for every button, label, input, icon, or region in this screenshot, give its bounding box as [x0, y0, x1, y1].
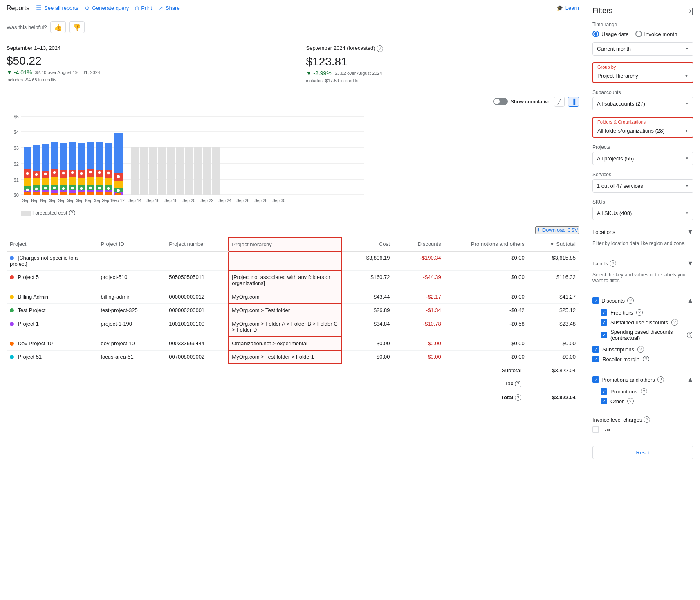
- promotions-sub-items: Promotions ? Other ?: [592, 388, 693, 404]
- summary-change-desc-forecasted: -$3.82 over August 2024: [333, 71, 382, 76]
- svg-rect-67: [78, 192, 85, 195]
- table-row: Test Project test-project-325 0000002000…: [7, 303, 579, 317]
- total-info-icon[interactable]: ?: [515, 394, 521, 401]
- free-tiers-checkbox[interactable]: [601, 309, 607, 316]
- svg-point-31: [44, 172, 47, 175]
- svg-point-71: [89, 171, 92, 174]
- thumbs-up-button[interactable]: 👍: [50, 21, 66, 33]
- other-checkbox[interactable]: [601, 398, 607, 404]
- invoice-charges-info-icon[interactable]: ?: [644, 416, 650, 423]
- cell-subtotal: $25.12: [528, 303, 579, 317]
- credits-info-icon[interactable]: ?: [627, 297, 634, 304]
- bar-chart-button[interactable]: ▐: [568, 97, 579, 107]
- download-csv-button[interactable]: ⬇ Download CSV: [535, 226, 579, 234]
- total-value: $3,822.04: [528, 391, 579, 404]
- col-header-project: Project: [7, 238, 97, 251]
- generate-query-link[interactable]: ⊙ Generate query: [85, 5, 129, 11]
- svg-text:Sep 18: Sep 18: [164, 198, 177, 203]
- promotions-collapse-header[interactable]: Promotions and others ? ▲: [592, 374, 693, 385]
- forecast-info-icon[interactable]: ?: [377, 45, 383, 52]
- cell-discounts: -$1.34: [393, 303, 444, 317]
- table-row: Billing Admin billing-admin 000000000012…: [7, 290, 579, 303]
- show-cumulative-toggle[interactable]: Show cumulative: [493, 98, 550, 105]
- reseller-margin-checkbox[interactable]: [592, 356, 599, 362]
- svg-point-55: [71, 171, 74, 174]
- print-link[interactable]: ⎙ Print: [135, 5, 152, 11]
- cell-project-num: 505050505011: [166, 270, 228, 290]
- col-header-subtotal: ▼ Subtotal: [528, 238, 579, 251]
- filter-group-by: Group by Project Hierarchy ▼: [592, 62, 693, 83]
- panel-toggle-button[interactable]: ›|: [689, 7, 693, 15]
- share-icon: ↗: [159, 5, 163, 11]
- promotions-collapse-arrow: ▲: [687, 376, 693, 383]
- invoice-month-radio[interactable]: Invoice month: [635, 31, 678, 37]
- svg-rect-108: [203, 147, 211, 195]
- promotions-main-checkbox[interactable]: [592, 376, 599, 383]
- reseller-margin-info-icon[interactable]: ?: [643, 356, 649, 362]
- svg-text:Sep 20: Sep 20: [182, 198, 195, 203]
- subaccounts-dropdown[interactable]: All subaccounts (27) ▼: [592, 97, 693, 110]
- reset-button[interactable]: Reset: [592, 446, 693, 459]
- tax-info-icon[interactable]: ?: [515, 381, 521, 387]
- skus-chevron: ▼: [685, 211, 689, 216]
- cell-project-id: focus-area-51: [97, 350, 166, 364]
- labels-info-icon[interactable]: ?: [610, 260, 616, 267]
- filter-labels: Labels ? ▼ Select the key and values of …: [592, 258, 693, 283]
- locations-collapse-arrow: ▼: [687, 228, 693, 236]
- promotions-sub-info-icon[interactable]: ?: [641, 388, 647, 395]
- forecasted-info-icon[interactable]: ?: [69, 210, 75, 216]
- svg-text:$3: $3: [14, 146, 19, 151]
- promotions-checkbox[interactable]: [601, 388, 607, 395]
- usage-date-radio[interactable]: Usage date: [592, 31, 629, 37]
- credits-sub-items: Free tiers ? Sustained use discounts ? S…: [592, 309, 693, 341]
- promotions-info-icon[interactable]: ?: [657, 376, 664, 383]
- folders-orgs-dropdown[interactable]: All folders/organizations (28) ▼: [594, 126, 692, 135]
- skus-dropdown[interactable]: All SKUs (408) ▼: [592, 207, 693, 220]
- thumbs-down-button[interactable]: 👎: [69, 21, 85, 33]
- locations-desc: Filter by location data like region and …: [592, 240, 693, 246]
- filter-promotions: Promotions and others ? ▲ Promotions ? O…: [592, 374, 693, 404]
- projects-label: Projects: [592, 144, 693, 150]
- table-section: ⬇ Download CSV Project Project ID Proje: [0, 223, 586, 411]
- filter-credits: Discounts ? ▲ Free tiers ? Sustained use…: [592, 295, 693, 362]
- credits-collapse-arrow: ▲: [687, 297, 693, 304]
- filter-time-range: Time range Usage date Invoice month Curr…: [592, 22, 693, 56]
- other-info-icon[interactable]: ?: [627, 398, 634, 404]
- sustained-use-checkbox[interactable]: [601, 319, 607, 326]
- cell-hierarchy: MyOrg.com > Test folder: [228, 303, 342, 317]
- services-dropdown[interactable]: 1 out of 47 services ▼: [592, 179, 693, 193]
- svg-point-98: [116, 189, 120, 193]
- svg-text:Sep 26: Sep 26: [236, 198, 249, 203]
- credits-checkbox[interactable]: [592, 297, 599, 304]
- subscriptions-info-icon[interactable]: ?: [637, 346, 644, 353]
- skus-label: SKUs: [592, 199, 693, 205]
- line-chart-button[interactable]: ╱: [554, 97, 565, 107]
- cell-subtotal: $0.00: [528, 350, 579, 364]
- learn-link[interactable]: 🎓 Learn: [556, 5, 579, 11]
- locations-collapse-header[interactable]: Locations ▼: [592, 227, 693, 237]
- period-dropdown[interactable]: Current month ▼: [592, 42, 693, 56]
- svg-rect-104: [167, 147, 175, 195]
- svg-rect-35: [42, 192, 49, 195]
- filter-skus: SKUs All SKUs (408) ▼: [592, 199, 693, 220]
- cumulative-switch[interactable]: [493, 98, 508, 105]
- share-link[interactable]: ↗ Share: [159, 5, 180, 11]
- filters-title: Filters ›|: [592, 7, 693, 15]
- labels-collapse-header[interactable]: Labels ? ▼: [592, 258, 693, 269]
- group-by-dropdown[interactable]: Project Hierarchy ▼: [594, 71, 692, 81]
- download-icon: ⬇: [536, 227, 541, 233]
- subscriptions-checkbox[interactable]: [592, 346, 599, 353]
- sustained-use-info-icon[interactable]: ?: [671, 319, 678, 326]
- projects-dropdown[interactable]: All projects (55) ▼: [592, 152, 693, 165]
- see-all-reports-link[interactable]: ☰ See all reports: [36, 4, 79, 12]
- svg-text:Sep 12: Sep 12: [112, 198, 125, 203]
- free-tiers-info-icon[interactable]: ?: [636, 309, 643, 316]
- spending-based-info-icon[interactable]: ?: [687, 332, 693, 338]
- tax-checkbox[interactable]: [592, 426, 599, 433]
- cell-subtotal: $116.32: [528, 270, 579, 290]
- credits-collapse-header[interactable]: Discounts ? ▲: [592, 295, 693, 306]
- cell-project-num: 000000200001: [166, 303, 228, 317]
- folders-orgs-chevron: ▼: [684, 128, 689, 133]
- spending-based-checkbox[interactable]: [601, 332, 607, 338]
- cell-cost: $3,806.19: [342, 251, 393, 271]
